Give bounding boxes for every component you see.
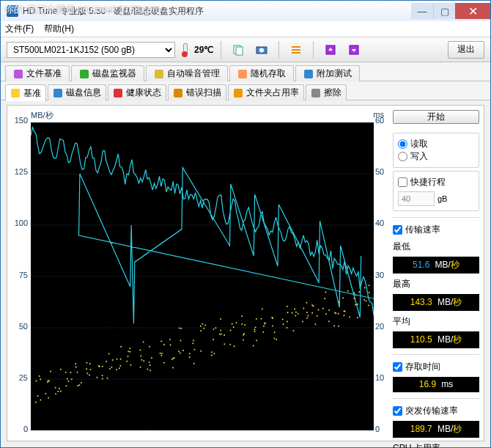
svg-rect-20 [234,89,243,98]
svg-point-29 [57,287,58,288]
burst-check-row[interactable]: 突发传输速率 [393,405,479,417]
settings-button[interactable] [287,41,306,59]
svg-point-149 [102,378,103,380]
svg-point-30 [301,339,302,340]
svg-point-168 [129,351,130,353]
drive-select[interactable]: ST500LM021-1KJ152 (500 gB) [7,42,175,58]
svg-point-124 [55,393,56,394]
svg-point-254 [283,323,284,325]
svg-point-296 [353,298,355,299]
svg-point-47 [116,335,117,336]
svg-point-265 [307,315,309,316]
transfer-rate-check-row[interactable]: 传输速率 [393,224,479,236]
svg-point-269 [306,317,308,319]
thermometer-icon [180,43,190,57]
svg-point-231 [243,339,244,340]
shortstroke-value [398,191,435,206]
svg-point-58 [290,356,291,357]
svg-point-246 [261,318,262,320]
close-button[interactable]: ✕ [455,3,490,19]
svg-point-93 [108,367,108,367]
copy-info-button[interactable] [229,41,248,59]
transfer-rate-checkbox[interactable] [393,225,402,235]
cpu-label: CPU 占用率 [393,442,479,448]
separator [393,398,479,399]
shortstroke-check-row[interactable]: 快捷行程 [398,176,474,188]
svg-point-283 [338,313,339,315]
exit-button[interactable]: 退出 [448,41,484,59]
svg-point-170 [141,359,142,361]
svg-point-156 [111,367,112,368]
separator [278,41,279,59]
tab-label: 文件夹占用率 [246,87,299,99]
svg-point-38 [171,333,171,334]
menu-file[interactable]: 文件(F) [5,23,34,35]
svg-point-215 [211,351,213,353]
start-button[interactable]: 开始 [393,110,479,124]
svg-point-279 [328,309,330,311]
svg-point-195 [180,353,181,354]
y-left-tick: 100 [15,219,28,227]
svg-point-204 [193,349,195,350]
left-axis-unit: MB/秒 [31,110,53,121]
svg-point-276 [315,323,317,325]
read-radio[interactable] [398,139,407,149]
svg-point-37 [190,320,191,320]
svg-point-285 [334,312,336,313]
svg-point-50 [108,215,108,216]
avg-label: 平均 [393,315,479,328]
svg-point-68 [276,144,277,144]
load-button[interactable] [344,41,363,59]
svg-point-41 [288,217,289,218]
svg-point-216 [213,328,214,330]
svg-point-176 [147,368,148,370]
tab-file-bench[interactable]: 文件基准 [5,65,70,81]
mode-write[interactable]: 写入 [398,150,474,163]
tab-erase[interactable]: 擦除 [306,84,347,100]
transfer-rate-label: 传输速率 [405,224,440,236]
shortstroke-checkbox[interactable] [398,177,407,187]
tab-info[interactable]: 磁盘信息 [48,84,106,100]
svg-point-46 [65,224,66,224]
tab-benchmark[interactable]: 基准 [5,84,46,101]
svg-point-297 [357,317,358,318]
access-time-check-row[interactable]: 存取时间 [393,361,479,373]
svg-point-97 [40,344,40,345]
burst-checkbox[interactable] [393,406,402,416]
svg-point-217 [221,333,222,334]
mode-read[interactable]: 读取 [398,138,474,150]
svg-point-175 [149,361,150,363]
svg-point-274 [311,312,313,314]
svg-point-159 [119,367,120,369]
svg-point-33 [111,321,111,322]
tab-disk-monitor[interactable]: 磁盘监视器 [71,65,144,81]
svg-point-234 [241,323,243,325]
avg-value: 110.5 MB/秒 [393,331,479,348]
svg-point-205 [203,328,204,329]
minimize-button[interactable]: — [411,3,433,19]
svg-point-67 [169,397,170,397]
tab-folder[interactable]: 文件夹占用率 [228,84,304,100]
screenshot-button[interactable] [252,41,271,59]
svg-rect-16 [11,89,20,98]
tab-aam[interactable]: 自动噪音管理 [146,65,228,81]
menu-help[interactable]: 帮助(H) [44,23,74,35]
maximize-button[interactable]: ▢ [433,3,455,19]
svg-point-92 [266,138,267,139]
svg-point-210 [200,326,202,327]
access-time-checkbox[interactable] [393,362,402,372]
tab-health[interactable]: 健康状态 [108,84,166,100]
tab-extra[interactable]: 附加测试 [295,65,360,81]
svg-point-42 [45,373,46,374]
tab-random[interactable]: 随机存取 [229,65,294,81]
svg-point-259 [295,315,296,316]
separator [393,217,479,218]
tab-error[interactable]: 错误扫描 [168,84,226,100]
content-area: MB/秒 ms 0255075100125150 0102030405060 开… [7,105,484,441]
tab-label: 错误扫描 [186,87,221,99]
write-radio[interactable] [398,152,407,161]
save-button[interactable] [321,41,340,59]
svg-point-126 [59,388,60,389]
svg-point-288 [333,326,335,327]
svg-point-290 [342,298,344,299]
